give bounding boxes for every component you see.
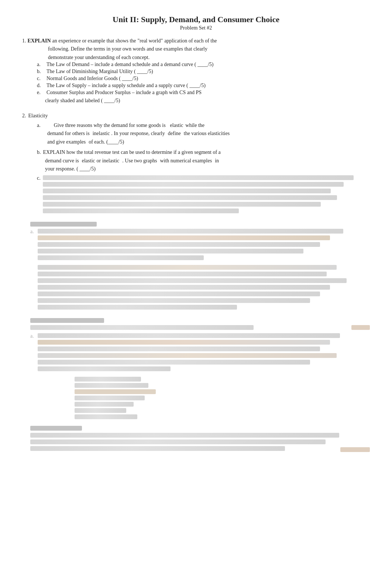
item-c-label: c. xyxy=(37,76,44,82)
item-b-text: The Law of Diminishing Marginal Utility … xyxy=(47,69,370,75)
section-4-number-placeholder xyxy=(22,318,27,323)
section-2-item-b: b. EXPLAIN how the total revenue test ca… xyxy=(37,148,370,173)
examples-label: examples xyxy=(164,46,183,52)
item-2b-your-response: your response. ( ____/5) xyxy=(45,166,96,172)
item-b-label: b. xyxy=(37,69,44,75)
s3a-blur-1 xyxy=(38,229,343,234)
item-e-label: e. xyxy=(37,90,44,96)
item-2a-line1: Give three reasons why the demand for so… xyxy=(54,121,166,130)
s3a-blur-3 xyxy=(38,242,320,247)
following-text: following. xyxy=(48,46,69,52)
s3b-blur-6 xyxy=(38,298,310,303)
s4a-blur-4 xyxy=(38,353,337,358)
item-2c-blur-6 xyxy=(43,208,239,213)
s5-blur-3 xyxy=(30,446,285,451)
s3b-blur-2 xyxy=(38,272,327,276)
section-5-header-blur xyxy=(30,426,82,431)
s4-blur-1 xyxy=(30,325,254,330)
section-4-list xyxy=(75,377,370,419)
s3a-blur-5 xyxy=(38,255,204,260)
s5-blur-1 xyxy=(30,433,339,438)
section-1-item-d: d. The Law of Supply – include a supply … xyxy=(37,83,370,89)
page-subtitle: Problem Set #2 xyxy=(22,25,370,31)
real-world-text: "real world" xyxy=(138,37,163,45)
s3a-blur-4 xyxy=(38,249,303,253)
item-2b-text: EXPLAIN how the total revenue test can b… xyxy=(43,148,221,156)
item-d-label: d. xyxy=(37,83,44,89)
section-1-keyword: EXPLAIN xyxy=(28,37,51,45)
item-2c-blur-1 xyxy=(43,175,354,180)
item-2a-elastic: elastic xyxy=(170,121,183,130)
s4a-blur-3 xyxy=(38,346,320,351)
item-2a-and-give: and give examples xyxy=(47,138,86,146)
section-3-sub-a-label: a. xyxy=(30,229,35,262)
list-blur-7 xyxy=(75,414,137,419)
item-2a-various: the various elasticities xyxy=(184,130,230,138)
clearly-label: clearly xyxy=(193,46,207,52)
page-title: Unit II: Supply, Demand, and Consumer Ch… xyxy=(22,15,370,24)
define-rest: the terms in your own words and use xyxy=(86,46,162,52)
item-a-label: a. xyxy=(37,62,44,68)
s3b-blur-7 xyxy=(38,305,237,310)
s4-score-blur xyxy=(351,325,370,330)
section-4: a. xyxy=(22,318,370,419)
section-2-label: Elasticity xyxy=(28,112,48,120)
demonstrate-label: demonstrate xyxy=(48,55,73,60)
section-1-last-line: clearly shaded and labeled ( ____/5) xyxy=(45,97,370,105)
list-blur-4 xyxy=(75,396,145,400)
item-a-text: The Law of Demand – include a demand sch… xyxy=(47,62,370,68)
s3b-blur-4 xyxy=(38,285,330,290)
section-2-item-a: a. Give three reasons why the demand for… xyxy=(37,121,370,146)
item-2b-elastic2: elastic xyxy=(82,157,95,165)
section-5 xyxy=(22,426,370,453)
section-3: a. xyxy=(22,222,370,311)
s5-score-blur xyxy=(340,447,370,452)
item-e-text: Consumer Surplus and Producer Surplus – … xyxy=(47,90,370,96)
item-2b-in: in xyxy=(215,157,219,165)
list-blur-5 xyxy=(75,402,134,407)
item-2c-blur-5 xyxy=(43,202,321,207)
section-3-sub-b-label xyxy=(30,265,35,311)
s4a-blur-2 xyxy=(38,340,330,345)
s4a-blur-5 xyxy=(38,360,310,365)
item-2a-label: a. xyxy=(37,121,41,130)
s3a-blur-2 xyxy=(38,235,330,240)
list-blur-2 xyxy=(75,383,148,388)
section-4-sub-a-label: a. xyxy=(30,333,35,373)
section-4-header-blur xyxy=(30,318,104,323)
your-understanding-text: your understanding of each concept. xyxy=(75,55,149,60)
s4a-blur-6 xyxy=(38,366,171,371)
item-2a-in-response: . In your response, clearly xyxy=(111,130,165,138)
item-d-text: The Law of Supply – include a supply sch… xyxy=(47,83,370,89)
list-blur-6 xyxy=(75,408,126,413)
item-2b-label: b. xyxy=(37,148,41,156)
section-1-item-a: a. The Law of Demand – include a demand … xyxy=(37,62,370,68)
section-2: 2. Elasticity a. Give three reasons why … xyxy=(22,112,370,215)
s3b-blur-5 xyxy=(38,292,320,296)
s4a-blur-1 xyxy=(38,333,340,338)
section-1-number: 1. xyxy=(22,37,26,45)
item-2a-demand-others: demand for others is xyxy=(47,130,90,138)
list-blur-1 xyxy=(75,377,141,382)
item-c-text: Normal Goods and Inferior Goods ( ____/5… xyxy=(47,76,370,82)
item-2b-with-numerical: with numerical examples xyxy=(160,157,212,165)
item-2a-while: while the xyxy=(185,121,204,130)
item-2c-blur-3 xyxy=(43,189,331,193)
item-2a-inelastic: inelastic xyxy=(93,130,110,138)
item-2c-label: c. xyxy=(37,175,41,215)
document-container: Unit II: Supply, Demand, and Consumer Ch… xyxy=(22,15,370,453)
section-3-header-blur xyxy=(30,222,97,227)
item-2c-blur-2 xyxy=(43,182,344,187)
item-2b-curve: demand curve is xyxy=(45,157,79,165)
section-2-item-c: c. xyxy=(37,175,370,215)
section-2-number: 2. xyxy=(22,112,26,120)
application-text: application of each of the xyxy=(164,37,217,45)
section-5-number-placeholder xyxy=(22,426,27,431)
section-1-intro: an experience or example that shows the xyxy=(52,37,136,45)
item-2b-use-two: . Use two graphs xyxy=(122,157,157,165)
define-label: Define xyxy=(71,46,85,52)
section-1-item-b: b. The Law of Diminishing Marginal Utili… xyxy=(37,69,370,75)
item-2c-blur-4 xyxy=(43,195,337,200)
list-blur-3 xyxy=(75,389,156,394)
s3b-blur-1 xyxy=(38,265,337,270)
